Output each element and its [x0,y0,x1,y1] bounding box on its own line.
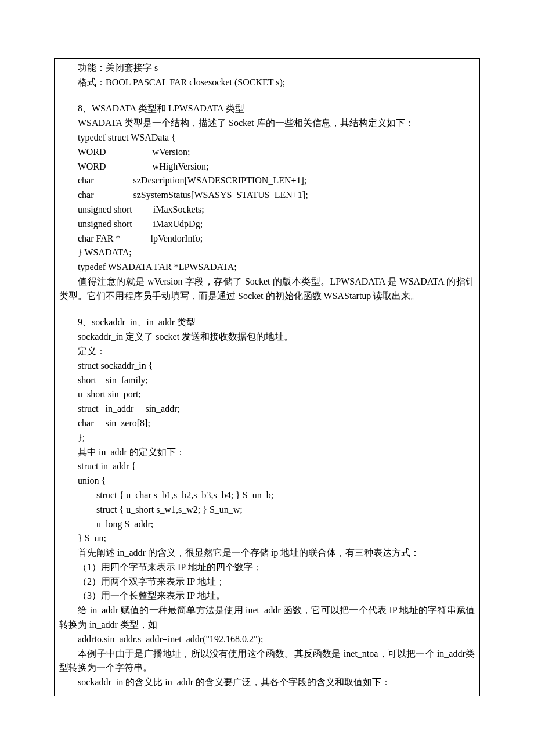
text-line: 定义： [59,344,475,359]
blank-line [59,90,475,102]
code-line: typedef struct WSAData { [59,131,475,145]
text-span: 给 in_addr 赋值的一种最简单方法是使用 inet_addr 函数，它可以… [59,605,475,629]
text-span: 本例子中由于是广播地址，所以没有使用这个函数。其反函数是 inet_ntoa，可… [59,649,475,673]
text-line: WSADATA 类型是一个结构，描述了 Socket 库的一些相关信息，其结构定… [59,116,475,131]
code-line: typedef WSADATA FAR *LPWSADATA; [59,260,475,275]
list-item: （1）用四个字节来表示 IP 地址的四个数字； [59,560,475,575]
code-line: } WSADATA; [59,246,475,260]
code-line: addrto.sin_addr.s_addr=inet_addr("192.16… [59,632,475,647]
page: 功能：关闭套接字 s 格式：BOOL PASCAL FAR closesocke… [0,0,534,756]
section-heading: 9、sockaddr_in、in_addr 类型 [59,315,475,330]
paragraph: 给 in_addr 赋值的一种最简单方法是使用 inet_addr 函数，它可以… [59,603,475,632]
document-cell: 功能：关闭套接字 s 格式：BOOL PASCAL FAR closesocke… [54,58,480,696]
code-block: union { struct { u_char s_b1,s_b2,s_b3,s… [59,474,475,546]
text-line: sockaddr_in 的含义比 in_addr 的含义要广泛，其各个字段的含义… [59,675,475,690]
text-line: 其中 in_addr 的定义如下： [59,445,475,460]
text-line: 首先阐述 in_addr 的含义，很显然它是一个存储 ip 地址的联合体，有三种… [59,546,475,560]
code-line: struct sockaddr_in { [59,359,475,373]
text-line: 格式：BOOL PASCAL FAR closesocket (SOCKET s… [59,75,475,90]
code-line: }; [59,431,475,445]
section-heading: 8、WSADATA 类型和 LPWSADATA 类型 [59,102,475,116]
text-span: 值得注意的就是 wVersion 字段，存储了 Socket 的版本类型。LPW… [59,276,475,301]
text-line: 功能：关闭套接字 s [59,61,475,75]
code-block: short sin_family; u_short sin_port; stru… [59,373,475,431]
paragraph: 值得注意的就是 wVersion 字段，存储了 Socket 的版本类型。LPW… [59,275,475,304]
list-item: （3）用一个长整型来表示 IP 地址。 [59,589,475,603]
list-item: （2）用两个双字节来表示 IP 地址； [59,575,475,589]
paragraph: 本例子中由于是广播地址，所以没有使用这个函数。其反函数是 inet_ntoa，可… [59,647,475,676]
blank-line [59,304,475,316]
text-line: sockaddr_in 定义了 socket 发送和接收数据包的地址。 [59,330,475,344]
code-line: struct in_addr { [59,459,475,474]
code-block: WORD wVersion; WORD wHighVersion; char s… [59,145,475,246]
